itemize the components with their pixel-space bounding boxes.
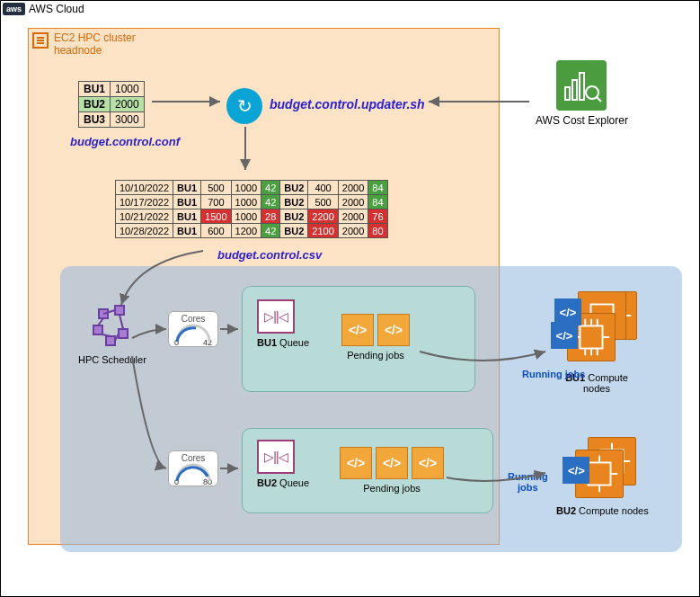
svg-marker-9 [106,336,115,345]
clock-refresh-icon: ↻ [237,95,253,117]
cost-explorer: AWS Cost Explorer [536,60,628,127]
cores-gauge-bu2: Cores 080 [168,450,218,486]
running-job-icon: </> [563,457,589,484]
aws-logo-badge: aws [3,3,25,15]
headnode-title-l1: EC2 HPC cluster [54,31,136,44]
running-jobs-label-2: Runningjobs [508,471,548,493]
csv-cell: 2000 [338,195,368,209]
bu1-compute: </> </> Running jobs BU1 Computenodes [556,291,637,394]
svg-line-11 [98,318,103,325]
cost-explorer-icon [556,60,607,111]
csv-cell: 500 [308,195,338,209]
csv-cell: 2000 [338,224,368,238]
bu1-queue-box: ▷||◁ BU1 Queue </> </> Pending jobs [242,286,475,392]
bu2-queue-box: ▷||◁ BU2 Queue </> </> </> Pending jobs [242,428,493,513]
ec2-icon [32,32,49,49]
gauge1-title: Cores [169,314,217,324]
conf-val1: 1000 [111,82,145,97]
gauge2-title: Cores [169,453,217,463]
gauge2-arc [169,463,217,479]
csv-cell: 1200 [231,224,261,238]
bu1-pending-label: Pending jobs [347,350,404,361]
updater-label: budget.control.updater.sh [270,97,425,111]
csv-cell: BU2 [280,224,308,238]
cost-explorer-label: AWS Cost Explorer [536,114,628,127]
csv-cell: 84 [368,195,387,209]
csv-cell: 42 [261,181,280,195]
svg-line-12 [120,315,123,329]
svg-rect-39 [589,462,611,485]
csv-cell: BU1 [173,209,201,224]
bu2-pending-label: Pending jobs [363,483,421,494]
csv-cell: 400 [308,181,338,195]
csv-cell: BU1 [173,224,201,238]
csv-cell: 2100 [308,224,338,238]
budget-conf-table: BU11000 BU22000 BU33000 [78,81,145,128]
cores-gauge-bu1: Cores 042 [168,311,218,347]
svg-point-3 [586,86,598,99]
pending-job-icon: </> [377,314,410,346]
csv-cell: 42 [261,224,280,238]
conf-bu3: BU3 [79,112,111,128]
scheduler-box: HPC Scheduler Cores 042 Cores 080 ▷||◁ B… [60,266,682,552]
aws-cloud-text: AWS Cloud [29,3,84,15]
csv-cell: 84 [368,181,387,195]
csv-cell: 10/10/2022 [116,181,173,195]
bu2-queue-label: BU2 Queue [257,477,309,488]
bu1-queue-icon: ▷||◁ [257,299,295,334]
csv-cell: 2000 [338,209,368,224]
svg-rect-1 [572,80,577,100]
bu2-queue-icon: ▷||◁ [257,440,295,474]
csv-cell: 28 [261,209,280,224]
csv-cell: 10/21/2022 [116,209,173,224]
csv-cell: BU2 [280,195,308,209]
bu2-compute-label: BU2 Compute nodes [556,505,649,516]
aws-cloud-label: aws AWS Cloud [3,3,84,15]
svg-marker-7 [93,325,102,334]
conf-bu2: BU2 [79,97,111,112]
budget-csv-table: 10/10/2022BU1500100042BU240020008410/17/… [115,180,388,238]
csv-cell: 2200 [308,209,338,224]
csv-cell: 10/17/2022 [116,195,173,209]
csv-cell: 500 [201,181,231,195]
svg-rect-0 [565,87,570,100]
scheduler-label: HPC Scheduler [78,354,146,365]
updater-icon: ↻ [226,88,262,124]
diagram-canvas: aws AWS Cloud EC2 HPC cluster headnode B… [0,0,700,597]
svg-line-4 [597,97,601,102]
csv-cell: 2000 [338,181,368,195]
pending-job-icon: </> [340,447,372,479]
csv-cell: 1000 [231,195,261,209]
csv-cell: BU1 [173,181,201,195]
csv-cell: 600 [201,224,231,238]
hpc-scheduler-icon [88,302,137,351]
gauge1-arc [169,324,217,340]
csv-cell: BU2 [280,181,308,195]
svg-marker-6 [115,306,124,315]
budget-csv-label: budget.control.csv [217,248,322,262]
hpc-scheduler: HPC Scheduler [78,302,146,365]
csv-cell: 1500 [201,209,231,224]
pending-job-icon: </> [412,447,444,479]
svg-marker-8 [119,329,128,338]
svg-line-13 [102,334,111,336]
conf-bu1: BU1 [79,82,111,97]
headnode-title-l2: headnode [54,44,102,57]
running-jobs-label: Running jobs [522,369,585,379]
pending-job-icon: </> [341,314,374,346]
running-job-icon: </> [551,322,578,349]
csv-cell: BU2 [280,209,308,224]
conf-val3: 3000 [111,112,145,128]
headnode-title: EC2 HPC cluster headnode [54,31,136,58]
csv-cell: 76 [368,209,387,224]
csv-cell: 700 [201,195,231,209]
csv-cell: 42 [261,195,280,209]
csv-cell: 1000 [231,209,261,224]
conf-val2: 2000 [111,97,145,112]
budget-conf-label: budget.control.conf [70,135,180,148]
pending-job-icon: </> [376,447,408,479]
csv-cell: 1000 [231,181,261,195]
bu2-compute: </> Runningjobs BU2 Compute nodes [556,437,649,516]
svg-rect-25 [580,325,602,348]
svg-rect-2 [580,73,584,100]
